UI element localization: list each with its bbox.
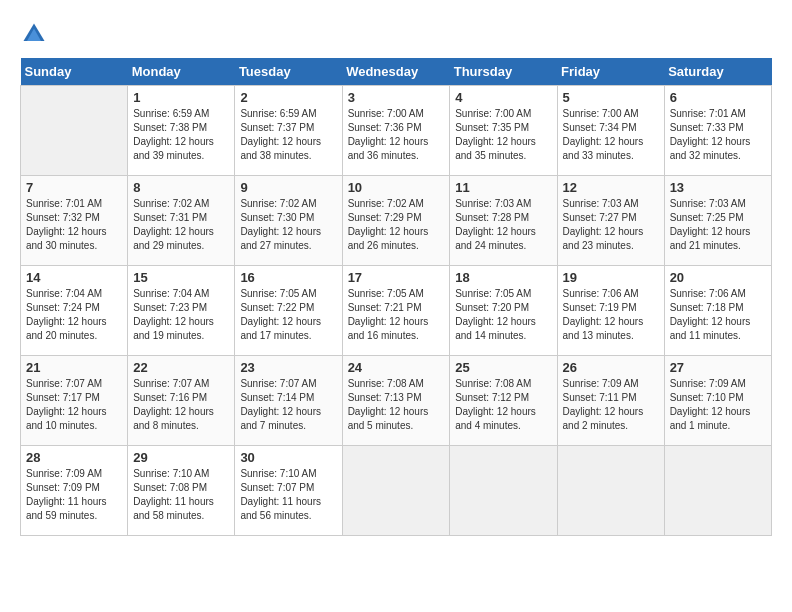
- day-info: Sunrise: 7:09 AMSunset: 7:10 PMDaylight:…: [670, 377, 766, 433]
- day-number: 12: [563, 180, 659, 195]
- day-info: Sunrise: 7:03 AMSunset: 7:27 PMDaylight:…: [563, 197, 659, 253]
- weekday-header: Friday: [557, 58, 664, 86]
- day-number: 28: [26, 450, 122, 465]
- day-number: 27: [670, 360, 766, 375]
- day-info: Sunrise: 7:07 AMSunset: 7:17 PMDaylight:…: [26, 377, 122, 433]
- calendar-cell: 29Sunrise: 7:10 AMSunset: 7:08 PMDayligh…: [128, 446, 235, 536]
- calendar-cell: 26Sunrise: 7:09 AMSunset: 7:11 PMDayligh…: [557, 356, 664, 446]
- day-number: 8: [133, 180, 229, 195]
- calendar-cell: 30Sunrise: 7:10 AMSunset: 7:07 PMDayligh…: [235, 446, 342, 536]
- calendar-cell: 19Sunrise: 7:06 AMSunset: 7:19 PMDayligh…: [557, 266, 664, 356]
- logo: [20, 20, 52, 48]
- calendar-cell: [342, 446, 450, 536]
- day-info: Sunrise: 7:07 AMSunset: 7:14 PMDaylight:…: [240, 377, 336, 433]
- calendar-cell: [664, 446, 771, 536]
- calendar-cell: 23Sunrise: 7:07 AMSunset: 7:14 PMDayligh…: [235, 356, 342, 446]
- day-info: Sunrise: 7:02 AMSunset: 7:31 PMDaylight:…: [133, 197, 229, 253]
- day-number: 24: [348, 360, 445, 375]
- calendar-cell: [557, 446, 664, 536]
- day-number: 17: [348, 270, 445, 285]
- day-info: Sunrise: 7:03 AMSunset: 7:25 PMDaylight:…: [670, 197, 766, 253]
- day-number: 14: [26, 270, 122, 285]
- weekday-header: Monday: [128, 58, 235, 86]
- calendar-cell: 4Sunrise: 7:00 AMSunset: 7:35 PMDaylight…: [450, 86, 557, 176]
- day-number: 15: [133, 270, 229, 285]
- day-number: 7: [26, 180, 122, 195]
- day-number: 13: [670, 180, 766, 195]
- day-info: Sunrise: 7:01 AMSunset: 7:33 PMDaylight:…: [670, 107, 766, 163]
- calendar-cell: 2Sunrise: 6:59 AMSunset: 7:37 PMDaylight…: [235, 86, 342, 176]
- day-info: Sunrise: 7:00 AMSunset: 7:36 PMDaylight:…: [348, 107, 445, 163]
- day-info: Sunrise: 7:10 AMSunset: 7:07 PMDaylight:…: [240, 467, 336, 523]
- day-info: Sunrise: 7:01 AMSunset: 7:32 PMDaylight:…: [26, 197, 122, 253]
- day-number: 21: [26, 360, 122, 375]
- calendar-cell: 25Sunrise: 7:08 AMSunset: 7:12 PMDayligh…: [450, 356, 557, 446]
- day-number: 22: [133, 360, 229, 375]
- day-info: Sunrise: 7:02 AMSunset: 7:30 PMDaylight:…: [240, 197, 336, 253]
- calendar-cell: 28Sunrise: 7:09 AMSunset: 7:09 PMDayligh…: [21, 446, 128, 536]
- day-info: Sunrise: 7:09 AMSunset: 7:09 PMDaylight:…: [26, 467, 122, 523]
- calendar-cell: 15Sunrise: 7:04 AMSunset: 7:23 PMDayligh…: [128, 266, 235, 356]
- day-info: Sunrise: 7:10 AMSunset: 7:08 PMDaylight:…: [133, 467, 229, 523]
- calendar-week-row: 28Sunrise: 7:09 AMSunset: 7:09 PMDayligh…: [21, 446, 772, 536]
- day-number: 26: [563, 360, 659, 375]
- calendar-cell: 24Sunrise: 7:08 AMSunset: 7:13 PMDayligh…: [342, 356, 450, 446]
- calendar-week-row: 7Sunrise: 7:01 AMSunset: 7:32 PMDaylight…: [21, 176, 772, 266]
- calendar-cell: 12Sunrise: 7:03 AMSunset: 7:27 PMDayligh…: [557, 176, 664, 266]
- day-number: 23: [240, 360, 336, 375]
- calendar-header: SundayMondayTuesdayWednesdayThursdayFrid…: [21, 58, 772, 86]
- calendar-week-row: 14Sunrise: 7:04 AMSunset: 7:24 PMDayligh…: [21, 266, 772, 356]
- day-number: 5: [563, 90, 659, 105]
- weekday-header: Saturday: [664, 58, 771, 86]
- calendar-cell: 10Sunrise: 7:02 AMSunset: 7:29 PMDayligh…: [342, 176, 450, 266]
- day-info: Sunrise: 6:59 AMSunset: 7:37 PMDaylight:…: [240, 107, 336, 163]
- day-info: Sunrise: 7:09 AMSunset: 7:11 PMDaylight:…: [563, 377, 659, 433]
- day-info: Sunrise: 7:05 AMSunset: 7:22 PMDaylight:…: [240, 287, 336, 343]
- calendar-week-row: 1Sunrise: 6:59 AMSunset: 7:38 PMDaylight…: [21, 86, 772, 176]
- calendar-body: 1Sunrise: 6:59 AMSunset: 7:38 PMDaylight…: [21, 86, 772, 536]
- calendar-cell: 9Sunrise: 7:02 AMSunset: 7:30 PMDaylight…: [235, 176, 342, 266]
- calendar-cell: 18Sunrise: 7:05 AMSunset: 7:20 PMDayligh…: [450, 266, 557, 356]
- day-info: Sunrise: 7:06 AMSunset: 7:19 PMDaylight:…: [563, 287, 659, 343]
- day-info: Sunrise: 7:04 AMSunset: 7:23 PMDaylight:…: [133, 287, 229, 343]
- page-header: [20, 20, 772, 48]
- day-info: Sunrise: 6:59 AMSunset: 7:38 PMDaylight:…: [133, 107, 229, 163]
- day-info: Sunrise: 7:04 AMSunset: 7:24 PMDaylight:…: [26, 287, 122, 343]
- day-number: 19: [563, 270, 659, 285]
- weekday-header: Tuesday: [235, 58, 342, 86]
- calendar-cell: 7Sunrise: 7:01 AMSunset: 7:32 PMDaylight…: [21, 176, 128, 266]
- calendar-cell: [450, 446, 557, 536]
- day-number: 4: [455, 90, 551, 105]
- day-number: 10: [348, 180, 445, 195]
- calendar-cell: 16Sunrise: 7:05 AMSunset: 7:22 PMDayligh…: [235, 266, 342, 356]
- day-info: Sunrise: 7:05 AMSunset: 7:20 PMDaylight:…: [455, 287, 551, 343]
- day-number: 9: [240, 180, 336, 195]
- calendar-cell: 11Sunrise: 7:03 AMSunset: 7:28 PMDayligh…: [450, 176, 557, 266]
- day-number: 18: [455, 270, 551, 285]
- day-info: Sunrise: 7:00 AMSunset: 7:35 PMDaylight:…: [455, 107, 551, 163]
- day-number: 29: [133, 450, 229, 465]
- calendar-cell: 13Sunrise: 7:03 AMSunset: 7:25 PMDayligh…: [664, 176, 771, 266]
- day-info: Sunrise: 7:03 AMSunset: 7:28 PMDaylight:…: [455, 197, 551, 253]
- day-number: 30: [240, 450, 336, 465]
- calendar-cell: 3Sunrise: 7:00 AMSunset: 7:36 PMDaylight…: [342, 86, 450, 176]
- day-number: 6: [670, 90, 766, 105]
- day-number: 3: [348, 90, 445, 105]
- day-number: 1: [133, 90, 229, 105]
- weekday-header: Sunday: [21, 58, 128, 86]
- calendar-cell: 22Sunrise: 7:07 AMSunset: 7:16 PMDayligh…: [128, 356, 235, 446]
- day-info: Sunrise: 7:02 AMSunset: 7:29 PMDaylight:…: [348, 197, 445, 253]
- calendar-cell: 5Sunrise: 7:00 AMSunset: 7:34 PMDaylight…: [557, 86, 664, 176]
- day-number: 25: [455, 360, 551, 375]
- day-number: 16: [240, 270, 336, 285]
- day-info: Sunrise: 7:05 AMSunset: 7:21 PMDaylight:…: [348, 287, 445, 343]
- day-number: 2: [240, 90, 336, 105]
- day-info: Sunrise: 7:07 AMSunset: 7:16 PMDaylight:…: [133, 377, 229, 433]
- logo-icon: [20, 20, 48, 48]
- day-info: Sunrise: 7:08 AMSunset: 7:12 PMDaylight:…: [455, 377, 551, 433]
- calendar-cell: 17Sunrise: 7:05 AMSunset: 7:21 PMDayligh…: [342, 266, 450, 356]
- weekday-header: Thursday: [450, 58, 557, 86]
- calendar-cell: 8Sunrise: 7:02 AMSunset: 7:31 PMDaylight…: [128, 176, 235, 266]
- day-number: 20: [670, 270, 766, 285]
- calendar-cell: 21Sunrise: 7:07 AMSunset: 7:17 PMDayligh…: [21, 356, 128, 446]
